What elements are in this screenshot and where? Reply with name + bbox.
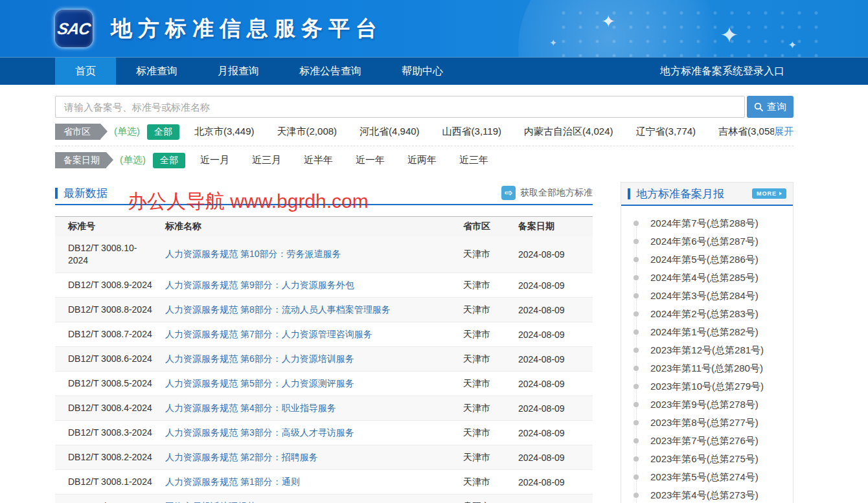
search-input[interactable] <box>55 96 745 118</box>
date-option[interactable]: 近一年 <box>356 154 385 166</box>
bullet-icon <box>634 330 639 335</box>
monthly-report-item[interactable]: 2023年第5号(总第274号) <box>621 468 793 486</box>
date-option[interactable]: 近两年 <box>407 154 437 166</box>
monthly-report-item[interactable]: 2023年第9号(总第278号) <box>621 396 793 414</box>
province-option[interactable]: 北京市(3,449) <box>194 126 255 138</box>
province-options: 北京市(3,449)天津市(2,008)河北省(4,940)山西省(3,119)… <box>194 126 774 138</box>
standard-no-cell: DB12/T 3008.5-2024 <box>68 377 165 390</box>
monthly-report-label: 2023年第6号(总第275号) <box>650 453 759 464</box>
filing-date-cell: 2024-08-09 <box>518 280 580 291</box>
province-option[interactable]: 山西省(3,119) <box>442 126 501 138</box>
bullet-icon <box>634 420 639 425</box>
monthly-report-item[interactable]: 2024年第4号(总第285号) <box>621 269 793 287</box>
table-header-row: 标准号 标准名称 省市区 备案日期 <box>55 216 593 236</box>
date-option[interactable]: 近半年 <box>304 154 333 166</box>
monthly-report-item[interactable]: 2023年第12号(总第281号) <box>621 341 793 359</box>
standard-name-link[interactable]: 人力资源服务规范 第4部分：职业指导服务 <box>165 403 463 414</box>
monthly-report-item[interactable]: 2024年第3号(总第284号) <box>621 287 793 305</box>
monthly-report-item[interactable]: 2024年第2号(总第283号) <box>621 305 793 323</box>
more-button-label: MORE <box>757 190 777 197</box>
standard-name-link[interactable]: 人力资源服务规范 第6部分：人力资源培训服务 <box>165 353 463 365</box>
date-option[interactable]: 近三月 <box>252 154 281 166</box>
monthly-report-label: 2024年第3号(总第284号) <box>650 290 759 301</box>
monthly-report-item[interactable]: 2023年第6号(总第275号) <box>621 450 793 468</box>
region-cell: 贵阳市 <box>463 501 518 503</box>
search-button[interactable]: 查询 <box>747 96 794 118</box>
standard-name-link[interactable]: 人力资源服务规范 第3部分：高级人才寻访服务 <box>165 427 463 439</box>
province-filter-row: 省市区 (单选) 全部 北京市(3,449)天津市(2,008)河北省(4,94… <box>55 118 794 146</box>
region-cell: 天津市 <box>463 329 518 341</box>
monthly-report-item[interactable]: 2024年第1号(总第282号) <box>621 323 793 341</box>
filing-date-cell: 2024-08-09 <box>518 403 580 414</box>
standard-no-cell: DB12/T 3008.7-2024 <box>68 328 165 341</box>
filing-system-login-link[interactable]: 地方标准备案系统登录入口 <box>660 58 794 85</box>
standard-no-cell: DB12/T 3008.6-2024 <box>68 353 165 365</box>
province-option[interactable]: 天津市(2,008) <box>277 126 337 138</box>
filing-date-cell: 2024-08-09 <box>518 477 580 487</box>
bullet-icon <box>634 257 639 262</box>
standard-no-cell: DB12/T 3008.8-2024 <box>68 304 165 316</box>
standard-name-link[interactable]: 人力资源服务规范 第9部分：人力资源服务外包 <box>165 280 463 291</box>
province-option[interactable]: 辽宁省(3,774) <box>636 126 696 138</box>
monthly-report-label: 2023年第5号(总第274号) <box>650 471 759 482</box>
province-option[interactable]: 河北省(4,940) <box>360 126 420 138</box>
monthly-report-item[interactable]: 2023年第8号(总第277号) <box>621 414 793 432</box>
standard-name-link[interactable]: 人力资源服务规范 第10部分：劳务派遣服务 <box>165 249 463 260</box>
region-cell: 天津市 <box>463 452 518 464</box>
region-cell: 天津市 <box>463 304 518 316</box>
nav-item-home[interactable]: 首页 <box>55 58 116 85</box>
standard-name-link[interactable]: 网络交易投诉处理规范 <box>165 501 463 503</box>
bullet-icon <box>634 366 639 371</box>
filing-date-cell: 2024-08-09 <box>518 453 580 463</box>
monthly-report-item[interactable]: 2024年第6号(总第287号) <box>621 232 793 251</box>
standard-name-link[interactable]: 人力资源服务规范 第5部分：人力资源测评服务 <box>165 378 463 390</box>
province-all-button[interactable]: 全部 <box>147 124 179 140</box>
nav-item-monthly-report[interactable]: 月报查询 <box>198 58 279 85</box>
date-option[interactable]: 近三年 <box>459 154 488 166</box>
province-option[interactable]: 内蒙古自治区(4,024) <box>524 126 613 138</box>
monthly-report-item[interactable]: 2024年第5号(总第286号) <box>621 251 793 269</box>
standard-name-link[interactable]: 人力资源服务规范 第1部分：通则 <box>165 476 463 488</box>
column-header-region: 省市区 <box>463 221 518 232</box>
nav-item-announcement-search[interactable]: 标准公告查询 <box>279 58 382 85</box>
date-filter-row: 备案日期 (单选) 全部 近一月近三月近半年近一年近两年近三年 <box>55 146 794 174</box>
monthly-report-label: 2024年第2号(总第283号) <box>650 308 759 319</box>
more-button[interactable]: MORE <box>752 188 786 199</box>
bullet-icon <box>634 456 639 462</box>
date-all-button[interactable]: 全部 <box>153 153 185 168</box>
standard-no-cell: DB12/T 3008.1-2024 <box>68 476 165 488</box>
monthly-report-item[interactable]: 2023年第7号(总第276号) <box>621 432 793 450</box>
province-option[interactable]: 吉林省(3,058) <box>718 126 774 138</box>
get-all-standards-link[interactable]: ⇨ 获取全部地方标准 <box>501 186 593 200</box>
column-header-standard-no: 标准号 <box>68 221 165 232</box>
monthly-report-item[interactable]: 2024年第7号(总第288号) <box>621 214 793 232</box>
standard-name-link[interactable]: 人力资源服务规范 第2部分：招聘服务 <box>165 452 463 464</box>
monthly-report-item[interactable]: 2023年第4号(总第273号) <box>621 486 793 503</box>
nav-item-standard-search[interactable]: 标准查询 <box>116 58 198 85</box>
standard-name-link[interactable]: 人力资源服务规范 第8部分：流动人员人事档案管理服务 <box>165 304 463 316</box>
date-option[interactable]: 近一月 <box>200 154 229 166</box>
title-accent-bar <box>628 188 630 199</box>
region-cell: 天津市 <box>463 403 518 414</box>
site-banner: SAC 地方标准信息服务平台 <box>0 0 868 57</box>
bullet-icon <box>634 311 639 317</box>
sac-logo[interactable]: SAC <box>55 10 93 47</box>
table-row: DB12/T 3008.7-2024 人力资源服务规范 第7部分：人力资源管理咨… <box>55 322 593 347</box>
bullet-icon <box>634 348 639 353</box>
region-cell: 天津市 <box>463 476 518 488</box>
standard-name-link[interactable]: 人力资源服务规范 第7部分：人力资源管理咨询服务 <box>165 329 463 341</box>
column-header-filing-date: 备案日期 <box>518 221 580 232</box>
expand-link[interactable]: 展开 <box>774 126 794 138</box>
get-all-standards-label: 获取全部地方标准 <box>520 187 593 199</box>
table-row: DB12/T 3008.1-2024 人力资源服务规范 第1部分：通则 天津市 … <box>55 470 593 495</box>
monthly-report-item[interactable]: 2023年第10号(总第279号) <box>621 377 793 396</box>
bullet-icon <box>634 475 639 480</box>
province-filter-label: 省市区 <box>55 124 100 140</box>
sidebar-title: 地方标准备案月报 <box>636 186 752 201</box>
title-accent-bar <box>55 188 58 199</box>
monthly-report-item[interactable]: 2023年第11号(总第280号) <box>621 359 793 377</box>
bullet-icon <box>634 221 639 226</box>
sidebar-header: 地方标准备案月报 MORE <box>621 183 793 206</box>
nav-item-help-center[interactable]: 帮助中心 <box>382 58 463 85</box>
search-icon <box>754 102 763 111</box>
